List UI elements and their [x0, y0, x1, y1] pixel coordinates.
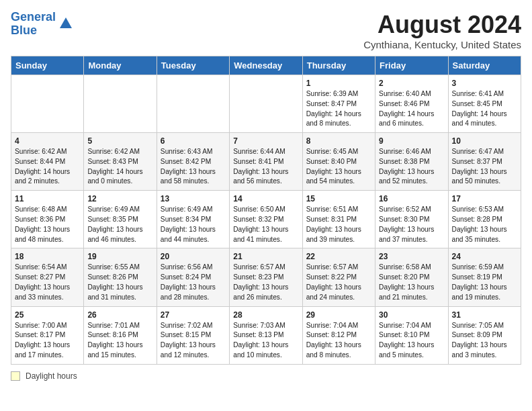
- calendar-cell: 23Sunrise: 6:58 AM Sunset: 8:20 PM Dayli…: [375, 248, 448, 306]
- calendar-cell: 31Sunrise: 7:05 AM Sunset: 8:09 PM Dayli…: [448, 306, 521, 364]
- calendar-cell: 9Sunrise: 6:46 AM Sunset: 8:38 PM Daylig…: [375, 133, 448, 191]
- day-info: Sunrise: 7:04 AM Sunset: 8:10 PM Dayligh…: [379, 321, 444, 361]
- day-number: 9: [379, 136, 444, 146]
- calendar-cell: 11Sunrise: 6:48 AM Sunset: 8:36 PM Dayli…: [11, 191, 84, 248]
- day-info: Sunrise: 6:53 AM Sunset: 8:28 PM Dayligh…: [452, 205, 517, 244]
- day-number: 26: [87, 310, 152, 320]
- day-number: 31: [452, 310, 517, 320]
- svg-marker-0: [60, 17, 72, 28]
- calendar-cell: 18Sunrise: 6:54 AM Sunset: 8:27 PM Dayli…: [11, 248, 84, 306]
- day-info: Sunrise: 6:50 AM Sunset: 8:32 PM Dayligh…: [233, 205, 298, 244]
- calendar-cell: 20Sunrise: 6:56 AM Sunset: 8:24 PM Dayli…: [157, 248, 229, 306]
- day-info: Sunrise: 6:58 AM Sunset: 8:20 PM Dayligh…: [379, 263, 444, 302]
- day-info: Sunrise: 7:04 AM Sunset: 8:12 PM Dayligh…: [306, 321, 371, 361]
- weekday-header: Saturday: [448, 56, 521, 75]
- day-info: Sunrise: 6:57 AM Sunset: 8:22 PM Dayligh…: [306, 263, 371, 302]
- calendar-week-row: 4Sunrise: 6:42 AM Sunset: 8:44 PM Daylig…: [11, 133, 521, 191]
- subtitle: Cynthiana, Kentucky, United States: [363, 39, 521, 50]
- calendar-cell: 12Sunrise: 6:49 AM Sunset: 8:35 PM Dayli…: [84, 191, 157, 248]
- calendar-cell: [157, 75, 229, 133]
- day-info: Sunrise: 6:46 AM Sunset: 8:38 PM Dayligh…: [379, 147, 444, 187]
- day-number: 16: [379, 194, 444, 203]
- day-info: Sunrise: 6:51 AM Sunset: 8:31 PM Dayligh…: [306, 205, 371, 244]
- weekday-header: Tuesday: [157, 56, 229, 75]
- logo-icon: [58, 16, 73, 34]
- day-info: Sunrise: 7:01 AM Sunset: 8:16 PM Dayligh…: [87, 321, 152, 361]
- calendar-cell: 2Sunrise: 6:40 AM Sunset: 8:46 PM Daylig…: [375, 75, 448, 133]
- calendar-cell: 26Sunrise: 7:01 AM Sunset: 8:16 PM Dayli…: [84, 306, 157, 364]
- day-number: 23: [379, 252, 444, 261]
- day-number: 20: [161, 252, 226, 261]
- day-info: Sunrise: 6:57 AM Sunset: 8:23 PM Dayligh…: [233, 263, 298, 302]
- calendar-cell: 19Sunrise: 6:55 AM Sunset: 8:26 PM Dayli…: [84, 248, 157, 306]
- logo: General Blue: [11, 11, 73, 38]
- day-info: Sunrise: 7:03 AM Sunset: 8:13 PM Dayligh…: [233, 321, 298, 361]
- day-number: 21: [233, 252, 298, 261]
- calendar-week-row: 1Sunrise: 6:39 AM Sunset: 8:47 PM Daylig…: [11, 75, 521, 133]
- day-info: Sunrise: 6:49 AM Sunset: 8:35 PM Dayligh…: [87, 205, 152, 244]
- legend-label: Daylight hours: [26, 371, 77, 381]
- calendar-week-row: 11Sunrise: 6:48 AM Sunset: 8:36 PM Dayli…: [11, 191, 521, 248]
- day-info: Sunrise: 6:45 AM Sunset: 8:40 PM Dayligh…: [306, 147, 371, 187]
- calendar-cell: 7Sunrise: 6:44 AM Sunset: 8:41 PM Daylig…: [230, 133, 302, 191]
- day-info: Sunrise: 6:41 AM Sunset: 8:45 PM Dayligh…: [452, 89, 517, 129]
- day-number: 15: [306, 194, 371, 203]
- day-number: 28: [233, 310, 298, 320]
- day-info: Sunrise: 6:42 AM Sunset: 8:44 PM Dayligh…: [15, 147, 80, 187]
- day-info: Sunrise: 6:55 AM Sunset: 8:26 PM Dayligh…: [87, 263, 152, 302]
- day-number: 4: [15, 136, 80, 146]
- day-number: 22: [306, 252, 371, 261]
- calendar-cell: 22Sunrise: 6:57 AM Sunset: 8:22 PM Dayli…: [302, 248, 375, 306]
- day-number: 17: [452, 194, 517, 203]
- day-info: Sunrise: 7:00 AM Sunset: 8:17 PM Dayligh…: [15, 321, 80, 361]
- calendar-cell: 4Sunrise: 6:42 AM Sunset: 8:44 PM Daylig…: [11, 133, 84, 191]
- calendar-cell: 17Sunrise: 6:53 AM Sunset: 8:28 PM Dayli…: [448, 191, 521, 248]
- calendar-table: SundayMondayTuesdayWednesdayThursdayFrid…: [11, 56, 521, 365]
- weekday-header-row: SundayMondayTuesdayWednesdayThursdayFrid…: [11, 56, 521, 75]
- day-number: 12: [87, 194, 152, 203]
- day-number: 29: [306, 310, 371, 320]
- day-info: Sunrise: 6:42 AM Sunset: 8:43 PM Dayligh…: [87, 147, 152, 187]
- day-number: 19: [87, 252, 152, 261]
- day-info: Sunrise: 6:52 AM Sunset: 8:30 PM Dayligh…: [379, 205, 444, 244]
- title-block: August 2024 Cynthiana, Kentucky, United …: [363, 11, 521, 50]
- calendar-body: 1Sunrise: 6:39 AM Sunset: 8:47 PM Daylig…: [11, 75, 521, 365]
- day-number: 27: [161, 310, 226, 320]
- calendar-cell: 27Sunrise: 7:02 AM Sunset: 8:15 PM Dayli…: [157, 306, 229, 364]
- day-info: Sunrise: 6:47 AM Sunset: 8:37 PM Dayligh…: [452, 147, 517, 187]
- calendar-cell: 28Sunrise: 7:03 AM Sunset: 8:13 PM Dayli…: [230, 306, 302, 364]
- day-number: 7: [233, 136, 298, 146]
- day-number: 6: [161, 136, 226, 146]
- calendar-cell: [11, 75, 84, 133]
- logo-text: General Blue: [11, 11, 56, 38]
- calendar-cell: 21Sunrise: 6:57 AM Sunset: 8:23 PM Dayli…: [230, 248, 302, 306]
- day-number: 18: [15, 252, 80, 261]
- calendar-week-row: 25Sunrise: 7:00 AM Sunset: 8:17 PM Dayli…: [11, 306, 521, 364]
- day-info: Sunrise: 6:56 AM Sunset: 8:24 PM Dayligh…: [161, 263, 226, 302]
- day-number: 11: [15, 194, 80, 203]
- calendar-cell: 3Sunrise: 6:41 AM Sunset: 8:45 PM Daylig…: [448, 75, 521, 133]
- day-number: 5: [87, 136, 152, 146]
- day-info: Sunrise: 6:44 AM Sunset: 8:41 PM Dayligh…: [233, 147, 298, 187]
- day-info: Sunrise: 6:40 AM Sunset: 8:46 PM Dayligh…: [379, 89, 444, 129]
- weekday-header: Wednesday: [230, 56, 302, 75]
- calendar-cell: 30Sunrise: 7:04 AM Sunset: 8:10 PM Dayli…: [375, 306, 448, 364]
- calendar-cell: 24Sunrise: 6:59 AM Sunset: 8:19 PM Dayli…: [448, 248, 521, 306]
- day-info: Sunrise: 6:48 AM Sunset: 8:36 PM Dayligh…: [15, 205, 80, 244]
- day-number: 8: [306, 136, 371, 146]
- day-number: 10: [452, 136, 517, 146]
- calendar-cell: 25Sunrise: 7:00 AM Sunset: 8:17 PM Dayli…: [11, 306, 84, 364]
- weekday-header: Monday: [84, 56, 157, 75]
- legend-box: [11, 371, 20, 381]
- calendar-cell: 16Sunrise: 6:52 AM Sunset: 8:30 PM Dayli…: [375, 191, 448, 248]
- day-info: Sunrise: 6:49 AM Sunset: 8:34 PM Dayligh…: [161, 205, 226, 244]
- calendar-cell: 10Sunrise: 6:47 AM Sunset: 8:37 PM Dayli…: [448, 133, 521, 191]
- footer: Daylight hours: [11, 371, 521, 381]
- calendar-cell: [84, 75, 157, 133]
- day-number: 14: [233, 194, 298, 203]
- day-number: 13: [161, 194, 226, 203]
- day-info: Sunrise: 6:43 AM Sunset: 8:42 PM Dayligh…: [161, 147, 226, 187]
- weekday-header: Thursday: [302, 56, 375, 75]
- calendar-cell: [230, 75, 302, 133]
- day-info: Sunrise: 6:39 AM Sunset: 8:47 PM Dayligh…: [306, 89, 371, 129]
